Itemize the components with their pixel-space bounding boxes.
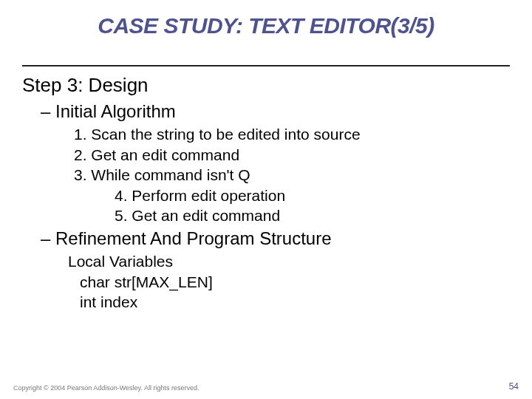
algo-step-4: 4. Perform edit operation <box>115 186 532 205</box>
title-underline <box>22 65 510 66</box>
slide: CASE STUDY: TEXT EDITOR(3/5) Step 3: Des… <box>0 0 532 399</box>
local-variable-1: char str[MAX_LEN] <box>80 273 532 292</box>
algo-step-2: 2. Get an edit command <box>74 146 532 165</box>
copyright-footer: Copyright © 2004 Pearson Addison-Wesley.… <box>13 384 199 392</box>
local-variable-2: int index <box>80 293 532 312</box>
subheading-refinement: – Refinement And Program Structure <box>41 228 532 249</box>
algo-step-3: 3. While command isn't Q <box>74 166 532 185</box>
page-number: 54 <box>509 381 519 392</box>
subheading-initial-algorithm: – Initial Algorithm <box>41 101 532 122</box>
algo-step-5: 5. Get an edit command <box>115 206 532 225</box>
algo-step-1: 1. Scan the string to be edited into sou… <box>74 125 532 144</box>
step-heading: Step 3: Design <box>22 74 510 97</box>
slide-title: CASE STUDY: TEXT EDITOR(3/5) <box>0 0 532 43</box>
local-variables-heading: Local Variables <box>68 252 532 271</box>
